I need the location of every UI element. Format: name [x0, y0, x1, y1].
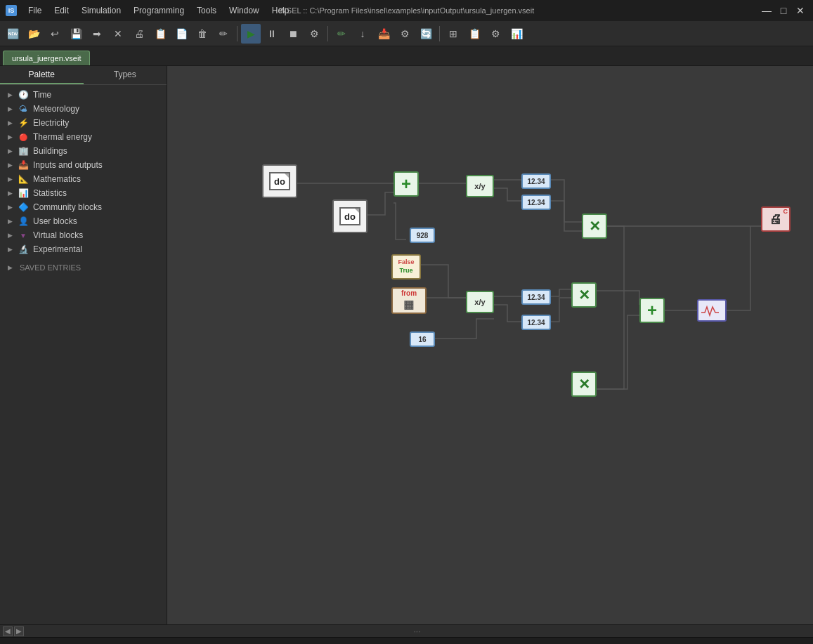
copy1-button[interactable]: 📋 [150, 24, 170, 44]
scroll-right-button[interactable]: ▶ [14, 626, 24, 636]
thermal-arrow: ▶ [6, 133, 14, 141]
canvas-area[interactable]: ⋮ [167, 66, 813, 624]
community-label: Community blocks [33, 202, 102, 212]
user-label: User blocks [33, 216, 77, 226]
report-button[interactable]: 📊 [507, 24, 526, 44]
palette-tab[interactable]: Palette [0, 66, 84, 84]
stats-arrow: ▶ [6, 189, 14, 197]
config-button[interactable]: ⚙ [304, 24, 324, 44]
sidebar-item-time[interactable]: ▶ 🕐 Time [0, 88, 167, 102]
types-tab[interactable]: Types [84, 66, 167, 84]
block-plus1[interactable]: + [394, 171, 419, 197]
block-mult3[interactable]: ✕ [571, 372, 597, 397]
io-icon: 📥 [17, 160, 30, 170]
block-const2[interactable]: 16 [410, 331, 435, 347]
menu-edit[interactable]: Edit [48, 4, 74, 17]
edit-button[interactable]: ✏ [214, 24, 233, 44]
virtual-icon: ▼ [17, 230, 30, 240]
save-button[interactable]: 💾 [66, 24, 86, 44]
hscrollbar: ◀ ▶ ··· [0, 624, 813, 637]
block-mult1[interactable]: ✕ [582, 213, 607, 239]
undo-button[interactable]: ↩ [45, 24, 65, 44]
grid-button[interactable]: ⊞ [443, 24, 463, 44]
stop-button[interactable]: ⏹ [283, 24, 303, 44]
math-icon: 📐 [17, 174, 30, 184]
sidebar-item-community[interactable]: ▶ 🔷 Community blocks [0, 200, 167, 214]
toolbar-sep-3 [439, 26, 440, 41]
block-div1[interactable]: x/y [466, 175, 494, 197]
menu-programming[interactable]: Programming [128, 4, 190, 17]
sidebar: Palette Types ▶ 🕐 Time ▶ 🌤 Meteorology ▶… [0, 66, 167, 624]
settings2-button[interactable]: ⚙ [395, 24, 415, 44]
sidebar-item-virtual[interactable]: ▶ ▼ Virtual blocks [0, 228, 167, 242]
block-out1[interactable]: 🖨 C [761, 206, 791, 232]
electricity-label: Electricity [33, 118, 69, 128]
const1-label: 928 [417, 232, 429, 239]
copy2-button[interactable]: 📄 [171, 24, 191, 44]
num1-label: 12.34 [527, 178, 545, 185]
minimize-button[interactable]: — [760, 4, 774, 18]
clipboard-button[interactable]: 📋 [464, 24, 484, 44]
maximize-button[interactable]: □ [776, 4, 791, 18]
num2-label: 12.34 [527, 199, 545, 206]
scroll-left-button[interactable]: ◀ [3, 626, 13, 636]
block-doc1[interactable]: do [262, 164, 297, 198]
block-mult2[interactable]: ✕ [571, 282, 597, 308]
refresh-button[interactable]: 🔄 [416, 24, 436, 44]
block-num4[interactable]: 12.34 [521, 315, 551, 330]
new-button[interactable]: 🆕 [3, 24, 22, 44]
sidebar-item-user[interactable]: ▶ 👤 User blocks [0, 214, 167, 228]
open-button[interactable]: 📂 [24, 24, 44, 44]
import-button[interactable]: 📥 [374, 24, 394, 44]
user-arrow: ▶ [6, 217, 14, 225]
settings3-button[interactable]: ⚙ [486, 24, 505, 44]
mult3-label: ✕ [578, 376, 590, 393]
delete-block-button[interactable]: ✕ [108, 24, 128, 44]
sidebar-item-electricity[interactable]: ▶ ⚡ Electricity [0, 116, 167, 130]
download-button[interactable]: ↓ [353, 24, 372, 44]
pause-button[interactable]: ⏸ [262, 24, 282, 44]
trash-button[interactable]: 🗑 [193, 24, 212, 44]
sidebar-item-experimental[interactable]: ▶ 🔬 Experimental [0, 242, 167, 256]
block-num3[interactable]: 12.34 [521, 289, 551, 305]
close-button[interactable]: ✕ [793, 4, 807, 18]
electricity-arrow: ▶ [6, 119, 14, 127]
time-arrow: ▶ [6, 91, 14, 99]
div2-label: x/y [474, 298, 485, 306]
run-button[interactable]: ▶ [241, 24, 261, 44]
menu-file[interactable]: File [22, 4, 47, 17]
block-doc2[interactable]: do [332, 199, 368, 233]
div1-label: x/y [474, 182, 485, 190]
block-plus2[interactable]: + [639, 298, 665, 323]
block-num2[interactable]: 12.34 [521, 195, 551, 210]
time-label: Time [33, 90, 51, 100]
tab-ursula-juergen[interactable]: ursula_juergen.vseit [3, 51, 90, 65]
num3-label: 12.34 [527, 294, 545, 301]
block-bool1[interactable]: False True [391, 254, 421, 280]
sidebar-item-thermal[interactable]: ▶ 🔴 Thermal energy [0, 130, 167, 144]
saved-entries-section[interactable]: ▶ SAVED ENTRIES [0, 259, 167, 276]
titlebar-left: IS File Edit Simulation Programming Tool… [6, 4, 294, 17]
block-div2[interactable]: x/y [466, 291, 494, 313]
sidebar-item-mathematics[interactable]: ▶ 📐 Mathematics [0, 172, 167, 186]
menu-tools[interactable]: Tools [191, 4, 222, 17]
block-num1[interactable]: 12.34 [521, 173, 551, 189]
sidebar-item-inputs-outputs[interactable]: ▶ 📥 Inputs and outputs [0, 158, 167, 172]
sidebar-item-buildings[interactable]: ▶ 🏢 Buildings [0, 144, 167, 158]
print-button[interactable]: 🖨 [129, 24, 149, 44]
menu-simulation[interactable]: Simulation [76, 4, 126, 17]
user-icon: 👤 [17, 216, 30, 226]
num4-label: 12.34 [527, 319, 545, 327]
statusbar [0, 637, 813, 644]
menu-window[interactable]: Window [223, 4, 265, 17]
block-const1[interactable]: 928 [410, 228, 435, 243]
sidebar-item-meteorology[interactable]: ▶ 🌤 Meteorology [0, 102, 167, 116]
virtual-arrow: ▶ [6, 231, 14, 239]
sidebar-item-statistics[interactable]: ▶ 📊 Statistics [0, 186, 167, 200]
community-arrow: ▶ [6, 203, 14, 211]
block-from1[interactable]: from ▦ [391, 287, 427, 314]
block-signal1[interactable] [697, 299, 727, 322]
forward-button[interactable]: ➡ [87, 24, 107, 44]
const2-label: 16 [418, 336, 426, 343]
pencil-button[interactable]: ✏ [332, 24, 351, 44]
